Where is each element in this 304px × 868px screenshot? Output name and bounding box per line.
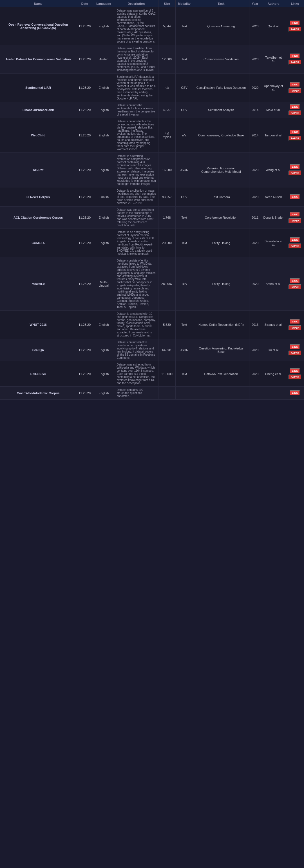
table-row: WebChild11.23.20EnglishDataset contains … <box>0 118 304 153</box>
link-button[interactable]: LINK <box>290 104 300 110</box>
cell-authors: Dong & Shafer <box>261 207 286 229</box>
col-header-modality: Modality <box>176 0 193 7</box>
cell-links: LINK <box>286 386 304 400</box>
cell-year <box>249 386 261 400</box>
cell-size: 12,000 <box>158 45 176 73</box>
cell-date: 11.23.20 <box>76 7 93 45</box>
link-button-container: LINKPAPER <box>289 368 301 380</box>
paper-button[interactable]: PAPER <box>289 60 301 65</box>
cell-modality: TSV <box>176 257 193 311</box>
link-button-container: LINK <box>289 390 301 396</box>
link-button[interactable]: LINK <box>290 319 300 324</box>
cell-name: ACL Citation Coreference Corpus <box>0 207 76 229</box>
table-row: Mewsli-911.23.20Multi-LingualDataset con… <box>0 257 304 311</box>
cell-date: 11.23.20 <box>76 229 93 257</box>
link-button-container: LINKPAPER <box>289 237 301 249</box>
cell-description: Dataset is a collection of news headline… <box>114 187 158 207</box>
cell-size: 289,087 <box>158 257 176 311</box>
cell-description: Dataset is an entity linking dataset of … <box>114 229 158 257</box>
cell-date: 11.23.20 <box>76 386 93 400</box>
link-button[interactable]: LINK <box>290 130 300 135</box>
cell-size: 5,644 <box>158 7 176 45</box>
cell-description: Dataset contains 64,331 crowdsourced que… <box>114 339 158 361</box>
cell-size: 64,331 <box>158 339 176 361</box>
link-button[interactable]: LINK <box>290 82 300 87</box>
cell-language: English <box>93 339 114 361</box>
cell-authors <box>261 386 286 400</box>
cell-links: LINKPAPER <box>286 118 304 153</box>
link-button[interactable]: LINK <box>290 390 300 395</box>
cell-links: LINKPAPER <box>286 229 304 257</box>
cell-size: n/a <box>158 73 176 102</box>
paper-button[interactable]: PAPER <box>289 218 301 223</box>
table-row: Arabic Dataset for Commonsense Validatio… <box>0 45 304 73</box>
cell-name: ENT-DESC <box>0 361 76 386</box>
link-button[interactable]: LINK <box>290 21 300 26</box>
cell-year: 2014 <box>249 102 261 118</box>
cell-modality: n/a <box>176 118 193 153</box>
cell-date: 11.23.20 <box>76 102 93 118</box>
cell-year: 2020 <box>249 45 261 73</box>
cell-authors: Upadhayay et al. <box>261 73 286 102</box>
cell-links: LINKPAPER <box>286 361 304 386</box>
cell-name: Sentimental LIAR <box>0 73 76 102</box>
cell-language: English <box>93 118 114 153</box>
cell-task: Coreference Resolution <box>193 207 249 229</box>
cell-size: 20,000 <box>158 229 176 257</box>
cell-year: 2011 <box>249 207 261 229</box>
cell-year: 2020 <box>249 361 261 386</box>
paper-button[interactable]: PAPER <box>289 136 301 141</box>
paper-button[interactable]: PAPER <box>289 284 301 289</box>
cell-date: 11.23.20 <box>76 73 93 102</box>
paper-button[interactable]: PAPER <box>289 375 301 380</box>
cell-size <box>158 386 176 400</box>
paper-button[interactable]: PAPER <box>289 244 301 249</box>
cell-links: LINKPAPER <box>286 153 304 187</box>
col-header-authors: Authors <box>261 0 286 7</box>
link-button-container: LINKPAPER <box>289 104 301 116</box>
cell-task: Named Entity Recognition (NER) <box>193 311 249 339</box>
cell-size: 110,000 <box>158 361 176 386</box>
link-button[interactable]: LINK <box>290 237 300 242</box>
cell-authors: Neea Rusch <box>261 187 286 207</box>
cell-task: ... <box>193 386 249 400</box>
cell-task: Data-To-Text Generation <box>193 361 249 386</box>
cell-name: CovidWho-Infodemic Corpus <box>0 386 76 400</box>
link-button-container: LINKPAPER <box>289 344 301 355</box>
cell-name: KB-Ref <box>0 153 76 187</box>
cell-authors: Wang et al. <box>261 153 286 187</box>
link-button[interactable]: LINK <box>290 194 300 199</box>
paper-button[interactable]: PAPER <box>289 170 301 176</box>
paper-button[interactable]: PAPER <box>289 350 301 355</box>
cell-task: Entity Linking <box>193 229 249 257</box>
cell-language: English <box>93 311 114 339</box>
link-button[interactable]: LINK <box>290 54 300 59</box>
cell-name: WNUT 2016 <box>0 311 76 339</box>
cell-size: 16,000 <box>158 153 176 187</box>
cell-year: 2020 <box>249 187 261 207</box>
cell-size: 4,837 <box>158 102 176 118</box>
link-button[interactable]: LINK <box>290 212 300 217</box>
paper-button[interactable]: PAPER <box>289 111 301 116</box>
datasets-table: Name Date Language Description Size Moda… <box>0 0 304 400</box>
link-button[interactable]: LINK <box>290 344 300 349</box>
table-row: GrailQA11.23.20EnglishDataset contains 6… <box>0 339 304 361</box>
link-button-container: LINKPAPER <box>289 278 301 289</box>
link-button[interactable]: LINK <box>290 164 300 169</box>
cell-name: GrailQA <box>0 339 76 361</box>
cell-language: English <box>93 153 114 187</box>
link-button[interactable]: LINK <box>290 368 300 373</box>
col-header-description: Description <box>114 0 158 7</box>
paper-button[interactable]: PAPER <box>289 325 301 330</box>
link-button[interactable]: LINK <box>290 278 300 283</box>
table-row: FI News Corpus11.23.20FinnishDataset is … <box>0 187 304 207</box>
cell-size: 5,630 <box>158 311 176 339</box>
cell-language: English <box>93 361 114 386</box>
cell-description: Dataset contains 100 structured question… <box>114 386 158 400</box>
cell-modality: Text <box>176 229 193 257</box>
paper-button[interactable]: PAPER <box>289 88 301 93</box>
cell-language: English <box>93 386 114 400</box>
cell-name: Arabic Dataset for Commonsense Validatio… <box>0 45 76 73</box>
paper-button[interactable]: PAPER <box>289 27 301 32</box>
cell-date: 11.23.20 <box>76 187 93 207</box>
